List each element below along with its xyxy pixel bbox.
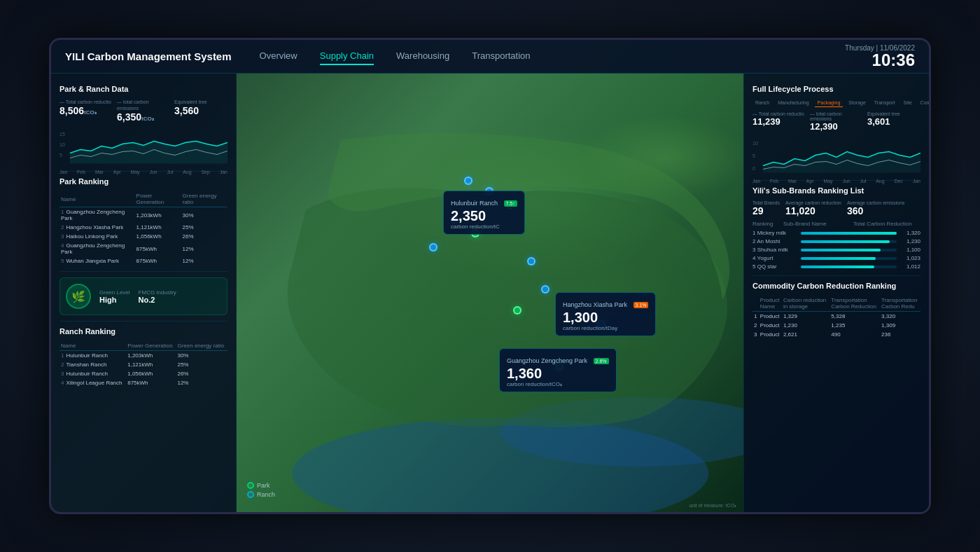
map-pin-6 [527, 257, 536, 265]
sub-brand-rank: 1 Mickey milk [752, 230, 798, 236]
annotation-badge-guangzhou: 2.6% [594, 358, 609, 364]
lc-emissions-label: — total carbon emissions [810, 111, 863, 121]
map-svg [237, 74, 743, 512]
divider-3 [59, 321, 227, 322]
svg-text:0: 0 [752, 166, 755, 171]
commodity-row-name: Product [759, 321, 782, 330]
park-ranking-title: Park Ranking [59, 177, 227, 186]
lc-tab-site[interactable]: Site [901, 99, 915, 107]
annotation-badge-hangzhou: 3.1% [634, 302, 649, 308]
carbon-reduction-stat: — Total carbon reductio 8,506tCO₂ [59, 99, 113, 123]
park-th-power: Power Generation [135, 191, 181, 207]
sub-brand-value: 1,230 [899, 238, 920, 244]
lc-tab-ranch[interactable]: Ranch [752, 99, 772, 107]
green-badge: 🌿 Green Level High FMCG Industry No.2 [59, 277, 227, 315]
ranch-ranking-row: 2Tianshan Ranch 1,121kWh 25% [59, 360, 227, 369]
carbon-emissions-value: 6,350tCO₂ [117, 111, 170, 123]
commodity-row-rank: 3 [752, 330, 759, 339]
lc-tab-packaging[interactable]: Packaging [815, 99, 844, 107]
fmcg-label: FMCG Industry [139, 289, 176, 296]
park-row-ratio: 12% [181, 256, 227, 265]
commodity-th-storage: Carbon reductionin storage [782, 296, 830, 312]
map-pin-8 [513, 306, 522, 315]
commodity-row-storage: 1,329 [782, 312, 830, 322]
park-chart-svg: 15 10 5 [59, 127, 227, 165]
avg-reduction-label: Average carbon reduction [785, 200, 841, 205]
park-ranking-table: Name Power Generation Green energy ratio… [59, 191, 227, 265]
park-row-name: 5Wuhan Jiangxia Park [59, 256, 135, 265]
tv-screen: Hulunbuir Ranch 7.5↑ 2,350 carbon reduct… [51, 40, 929, 512]
map-legend: Park Ranch [247, 482, 275, 498]
nav-items: Overview Supply Chain Warehousing Transp… [260, 48, 846, 65]
ranch-row-ratio: 30% [176, 351, 227, 361]
map-pin-hulunbuir [464, 177, 472, 185]
equivalent-tree-stat: Equivalent tree 3,560 [174, 99, 227, 123]
lc-tab-storage[interactable]: Storage [846, 99, 869, 107]
annotation-value-hangzhou: 1,300 [563, 310, 648, 325]
unit-note: unit of measure: tCO₂ [689, 503, 736, 509]
avg-emissions-value: 360 [847, 205, 904, 216]
svg-text:5: 5 [59, 153, 62, 158]
carbon-emissions-label: — total carbon emissions [117, 99, 170, 111]
lc-tab-transport[interactable]: Transport [872, 99, 898, 107]
annotation-value-guangzhou: 1,360 [507, 366, 609, 381]
park-row-name: 3Haikou Linkong Park [59, 232, 135, 241]
lc-tab-manufacturing[interactable]: Manufacturing [775, 99, 811, 107]
legend-ranch: Ranch [247, 491, 275, 498]
annotation-hulunbuir: Hulunbuir Ranch 7.5↑ 2,350 carbon reduct… [443, 191, 525, 235]
lc-tab-consumers[interactable]: Consumers [918, 99, 929, 107]
sub-brand-value: 1,320 [899, 230, 920, 236]
annotation-name-hulunbuir: Hulunbuir Ranch [451, 200, 498, 207]
fmcg-item: FMCG Industry No.2 [139, 289, 176, 304]
sub-brand-row: 3 Shuhua milk 1,100 [752, 247, 920, 253]
sub-brands-th-reduction: Total Carbon Reduction [853, 221, 920, 227]
carbon-reduction-value: 8,506tCO₂ [59, 105, 113, 116]
nav-supply-chain[interactable]: Supply Chain [320, 48, 374, 65]
park-row-name: 4Guangzhou Zengcheng Park [59, 241, 135, 256]
sub-brands-header: Ranking Sub-Brand Name Total Carbon Redu… [752, 221, 920, 227]
ranch-row-name: 2Tianshan Ranch [59, 360, 126, 369]
legend-park-label: Park [257, 482, 270, 489]
park-th-name: Name [59, 191, 135, 207]
sub-brand-row: 1 Mickey milk 1,320 [752, 230, 920, 236]
sub-brand-track [801, 240, 897, 243]
svg-text:10: 10 [59, 142, 65, 147]
sub-brand-fill [801, 257, 876, 260]
lc-reduction-label: — Total carbon reductio [752, 111, 806, 116]
ranch-ranking-row: 3Hulunbuir Ranch 1,056kWh 26% [59, 369, 227, 378]
green-level-value: High [99, 296, 130, 304]
ranch-ranking-table: Name Power Generation Green energy ratio… [59, 341, 227, 387]
nav-transportation[interactable]: Transportation [472, 48, 530, 65]
total-brands-label: Total Brands [752, 200, 780, 205]
sub-brand-fill [801, 240, 890, 243]
map-pin-7 [541, 285, 550, 294]
current-time: 10:36 [872, 52, 915, 69]
right-panel: Full Lifecycle Process Ranch Manufacturi… [743, 74, 929, 512]
sub-brand-row: 2 An Moshi 1,230 [752, 238, 920, 244]
park-row-ratio: 25% [181, 223, 227, 232]
nav-overview[interactable]: Overview [260, 48, 298, 65]
carbon-emissions-stat: — total carbon emissions 6,350tCO₂ [117, 99, 170, 123]
annotation-badge-hulunbuir: 7.5↑ [504, 200, 517, 207]
ranch-th-name: Name [59, 341, 126, 351]
lc-equivalent-tree: Equivalent tree 3,601 [867, 111, 920, 132]
sub-brands-th-ranking: Ranking [752, 221, 780, 227]
nav-warehousing[interactable]: Warehousing [396, 48, 449, 65]
commodity-row-other: 1,309 [880, 321, 920, 330]
sub-brand-row: 4 Yogurt 1,023 [752, 255, 920, 261]
carbon-reduction-label: — Total carbon reductio [59, 99, 113, 105]
ranch-row-power: 875kWh [126, 378, 176, 387]
annotation-name-guangzhou: Guangzhou Zengcheng Park [507, 357, 587, 364]
ranch-th-power: Power Generation [126, 341, 176, 351]
ranch-row-name: 3Hulunbuir Ranch [59, 369, 126, 378]
sub-brand-fill [801, 232, 897, 235]
total-brands-stat: Total Brands 29 [752, 200, 780, 216]
divider-2 [59, 271, 227, 272]
ranch-ranking-title: Ranch Ranking [59, 327, 227, 336]
ranch-row-ratio: 25% [176, 360, 227, 369]
commodity-row: 3 Product 2,621 490 236 [752, 330, 920, 339]
equivalent-tree-label: Equivalent tree [174, 99, 227, 105]
commodity-row: 2 Product 1,230 1,235 1,309 [752, 321, 920, 330]
legend-park: Park [247, 482, 275, 489]
sub-brands-rows: 1 Mickey milk 1,320 2 An Moshi 1,230 3 S… [752, 230, 920, 270]
